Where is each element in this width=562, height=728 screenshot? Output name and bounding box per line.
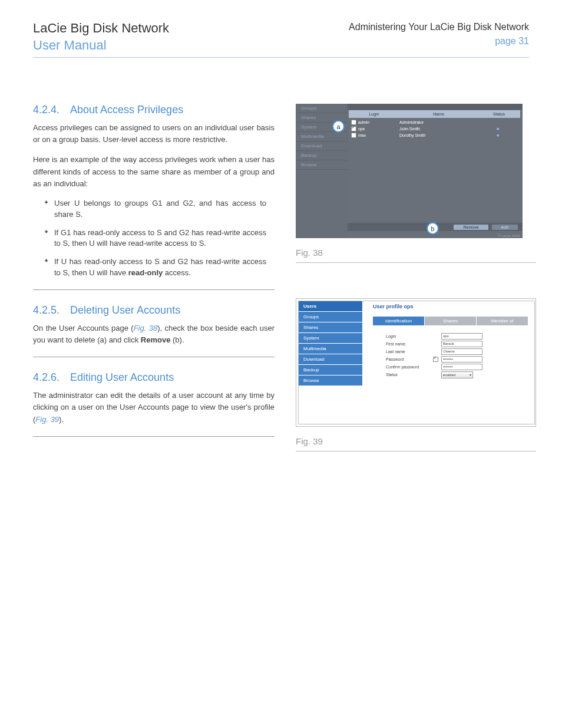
fig38-side-backup: Backup [296,151,348,160]
fig38-link[interactable]: Fig. 38 [134,324,158,332]
page-number: page 31 [349,34,529,48]
status-label: Status [386,373,433,377]
bullet-3-bold: read-only [128,268,163,277]
fig38-login-max: max [358,133,366,137]
lastname-input[interactable]: Obama [441,348,482,355]
fig39-side-shares: Shares [299,322,362,333]
fig38-side-multimedia: Multimedia [296,132,348,141]
t: On the User Accounts page ( [33,324,134,332]
para-426-1: The administrator can edit the details o… [33,390,275,425]
remove-button[interactable]: Remove [454,225,488,230]
para-424-1: Access privileges can be assigned to use… [33,122,275,146]
page-header: LaCie Big Disk Network User Manual Admin… [33,20,529,58]
fig39-side-users: Users [299,301,362,312]
tab-memberof[interactable]: Member of [477,317,528,325]
fig39-side-system: System [299,333,362,344]
firstname-label: First name [386,342,433,346]
confirm-label: Confirm password [386,365,433,369]
fig38-status: ■ [477,133,519,137]
heading-num: 4.2.5. [33,304,59,316]
fig38-status: ■ [477,127,519,131]
heading-text: Deleting User Accounts [70,304,180,316]
fig38-side-groups: Groups [296,104,348,113]
section-title: Administering Your LaCie Big Disk Networ… [349,20,529,34]
login-label: Login [386,334,433,338]
heading-text: About Access Privileges [70,104,183,116]
heading-426: 4.2.6.Editing User Accounts [33,371,275,384]
fig39-side-groups: Groups [299,312,362,322]
bullet-3c: access. [163,268,191,277]
fig38-th-name: Name [399,112,478,116]
figure-38: Groups Shares System Multimedia Download… [296,104,523,238]
firstname-input[interactable]: Barack [441,341,482,347]
para-425-1: On the User Accounts page (Fig. 38), che… [33,322,275,346]
tab-identification[interactable]: Identification [373,317,425,325]
heading-num: 4.2.4. [33,104,59,116]
fig39-side-browse: Browse [299,375,362,386]
figure-39: Users Groups Shares System Multimedia Do… [298,301,535,424]
remove-bold: Remove [141,335,171,344]
bullet-1: User U belongs to groups G1 and G2, and … [44,198,266,220]
fig38-name-admin: Administrator [399,120,477,124]
add-button[interactable]: Add [492,225,518,230]
figure-39-wrap: Users Groups Shares System Multimedia Do… [296,298,536,427]
doc-subtitle: User Manual [33,37,169,54]
bullet-2: If G1 has read-only access to S and G2 h… [44,228,266,250]
checkbox-icon[interactable] [433,357,438,362]
fig39-side-backup: Backup [299,365,362,375]
fig39-side-multimedia: Multimedia [299,344,362,354]
tab-shares[interactable]: Shares [425,317,477,325]
confirm-input[interactable]: •••••••• [441,364,482,370]
lastname-label: Last name [386,350,433,354]
fig38-side-download: Download [296,141,348,151]
t: (b). [170,335,184,344]
divider [33,289,275,290]
heading-425: 4.2.5.Deleting User Accounts [33,304,275,317]
password-label: Password [386,357,433,361]
fig39-link[interactable]: Fig. 39 [35,415,59,424]
heading-num: 4.2.6. [33,371,59,383]
fig38-login-ops: ops [358,127,365,131]
checkbox-icon[interactable] [351,133,356,138]
fig38-login-admin: admin [358,120,369,124]
heading-text: Editing User Accounts [70,371,174,383]
login-input[interactable]: ops [441,333,482,340]
fig38-caption: Fig. 38 [296,248,536,263]
bullet-3: If U has read-only access to S and G2 ha… [44,256,266,279]
divider [33,357,275,357]
password-input[interactable]: •••••••• [441,356,482,363]
fig39-side-download: Download [299,354,362,365]
fig38-name-john: John Smith [399,127,477,131]
callout-b: b [427,222,439,235]
checkbox-icon[interactable] [351,126,356,131]
para-424-2: Here is an example of the way access pri… [33,154,275,189]
fig39-title: User profile ops [362,301,534,309]
fig38-copyright: © LaCie 2008 [498,234,520,238]
t: The administrator can edit the details o… [33,391,275,423]
fig38-name-dorothy: Dorothy Smith [399,133,477,137]
fig39-caption: Fig. 39 [296,436,536,452]
t: ). [59,415,64,424]
fig38-side-browse: Browse [296,160,348,170]
fig38-th-status: Status [478,112,520,116]
checkbox-icon[interactable] [351,120,356,125]
fig38-th-login: Login [349,112,399,116]
status-select[interactable]: enabled▾ [441,371,473,378]
chevron-down-icon: ▾ [470,373,471,377]
doc-title: LaCie Big Disk Network [33,20,169,37]
heading-424: 4.2.4.About Access Privileges [33,104,275,116]
status-value: enabled [443,373,455,377]
divider [33,436,275,437]
